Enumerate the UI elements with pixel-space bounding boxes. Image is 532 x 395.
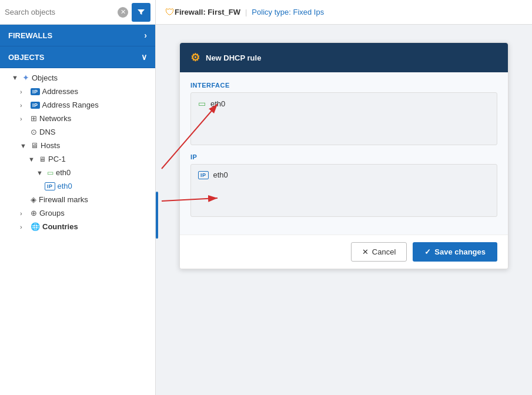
interface-field-box[interactable]: ▭ eth0 (190, 92, 497, 145)
save-check-icon: ✓ (424, 247, 431, 256)
firewalls-chevron-icon: › (144, 31, 147, 40)
networks-label: Networks (39, 114, 150, 123)
filter-icon (137, 8, 145, 16)
eth0-label: eth0 (56, 168, 150, 177)
objects-tree: ▼ ✦ Objects › IP Addresses › IP Address … (0, 68, 155, 236)
dns-label: DNS (39, 128, 150, 136)
eth0-ip-label: eth0 (58, 182, 150, 190)
dialog-title: New DHCP rule (206, 53, 261, 62)
interface-monitor-icon: ▭ (198, 99, 206, 108)
sidebar-item-eth0-ip[interactable]: IP eth0 (0, 179, 155, 193)
ip-label: IP (190, 153, 497, 160)
sidebar-item-objects[interactable]: ▼ ✦ Objects (0, 71, 155, 85)
sidebar-item-firewall-marks[interactable]: ◈ Firewall marks (0, 193, 155, 206)
objects-label: OBJECTS (8, 53, 44, 62)
firewalls-label: FIREWALLS (8, 31, 52, 40)
cancel-label: Cancel (372, 247, 396, 256)
expand-icon: ▼ (28, 156, 36, 163)
sidebar-item-addresses[interactable]: › IP Addresses (0, 85, 155, 98)
ip-badge-eth0: IP (45, 182, 55, 190)
firewall-name: Firewall: First_FW (175, 8, 240, 16)
search-area: ✕ (0, 0, 156, 24)
main-layout: FIREWALLS › OBJECTS ∨ ▼ ✦ Objects › IP A… (0, 25, 532, 395)
network-icon: ⊞ (31, 114, 37, 123)
interface-icon: ▭ (47, 169, 53, 177)
ip-badge-ranges: IP (31, 102, 40, 109)
interface-value-text: eth0 (210, 99, 225, 108)
scroll-indicator (156, 192, 158, 239)
sidebar-item-networks[interactable]: › ⊞ Networks (0, 112, 155, 125)
ip-value: IP eth0 (198, 170, 228, 179)
policy-type: Policy type: Fixed Ips (252, 8, 324, 16)
expand-icon: › (20, 210, 28, 217)
save-changes-button[interactable]: ✓ Save changes (413, 242, 497, 262)
breadcrumb-separator: | (245, 8, 247, 16)
expand-icon: › (20, 102, 28, 109)
sidebar-item-eth0[interactable]: ▼ ▭ eth0 (0, 166, 155, 179)
ip-field-box[interactable]: IP eth0 (190, 164, 497, 217)
countries-label: Countries (42, 222, 150, 231)
globe-icon: 🌐 (31, 222, 40, 231)
dialog-header: ⚙ New DHCP rule (180, 43, 508, 72)
marks-icon: ◈ (31, 195, 36, 204)
objects-chevron-icon: ∨ (141, 52, 147, 62)
expand-icon: › (20, 115, 28, 122)
interface-label: INTERFACE (190, 82, 497, 89)
dialog-body: INTERFACE ▭ eth0 IP IP eth0 (180, 72, 508, 235)
top-bar: ✕ 🛡 Firewall: First_FW | Policy type: Fi… (0, 0, 532, 25)
sidebar-item-groups[interactable]: › ⊕ Groups (0, 206, 155, 220)
ip-badge-dialog: IP (198, 171, 209, 179)
host-icon: 🖥 (31, 141, 38, 150)
sidebar-item-dns[interactable]: ⊙ DNS (0, 125, 155, 139)
expand-icon: › (20, 88, 28, 95)
save-label: Save changes (434, 247, 486, 256)
expand-icon: ▼ (36, 169, 45, 176)
pc-icon: 🖥 (39, 155, 46, 163)
shield-icon: 🛡 (165, 7, 175, 18)
cancel-x-icon: ✕ (362, 247, 369, 256)
search-filter-button[interactable] (132, 3, 150, 22)
objects-section[interactable]: OBJECTS ∨ (0, 46, 155, 68)
cancel-button[interactable]: ✕ Cancel (351, 242, 407, 262)
interface-value: ▭ eth0 (198, 99, 225, 108)
groups-label: Groups (39, 209, 150, 217)
address-ranges-label: Address Ranges (42, 101, 150, 109)
hosts-label: Hosts (41, 141, 150, 150)
ip-badge-addresses: IP (31, 88, 40, 95)
content-area: ⚙ New DHCP rule INTERFACE ▭ eth0 IP (156, 25, 532, 395)
sidebar: FIREWALLS › OBJECTS ∨ ▼ ✦ Objects › IP A… (0, 25, 156, 395)
objects-root-label: Objects (32, 73, 150, 82)
ip-section: IP IP eth0 (190, 153, 497, 217)
interface-section: INTERFACE ▭ eth0 (190, 82, 497, 145)
firewalls-section[interactable]: FIREWALLS › (0, 25, 155, 46)
sidebar-item-countries[interactable]: › 🌐 Countries (0, 220, 155, 233)
addresses-label: Addresses (42, 87, 150, 96)
settings-icon: ⚙ (190, 51, 200, 64)
ip-value-text: eth0 (213, 170, 228, 179)
firewall-marks-label: Firewall marks (39, 195, 150, 204)
objects-star-icon: ✦ (22, 73, 29, 82)
groups-icon: ⊕ (31, 209, 37, 217)
breadcrumb: 🛡 Firewall: First_FW | Policy type: Fixe… (156, 0, 532, 24)
expand-icon: ▼ (12, 74, 20, 81)
dns-icon: ⊙ (31, 128, 37, 136)
sidebar-item-hosts[interactable]: ▼ 🖥 Hosts (0, 139, 155, 152)
sidebar-item-address-ranges[interactable]: › IP Address Ranges (0, 98, 155, 112)
pc1-label: PC-1 (48, 155, 150, 163)
dialog-footer: ✕ Cancel ✓ Save changes (180, 235, 508, 269)
dhcp-rule-dialog: ⚙ New DHCP rule INTERFACE ▭ eth0 IP (179, 42, 508, 269)
expand-icon: › (20, 223, 28, 230)
search-input[interactable] (5, 8, 118, 16)
search-clear-button[interactable]: ✕ (118, 7, 128, 18)
expand-icon: ▼ (20, 142, 28, 149)
sidebar-item-pc1[interactable]: ▼ 🖥 PC-1 (0, 152, 155, 166)
